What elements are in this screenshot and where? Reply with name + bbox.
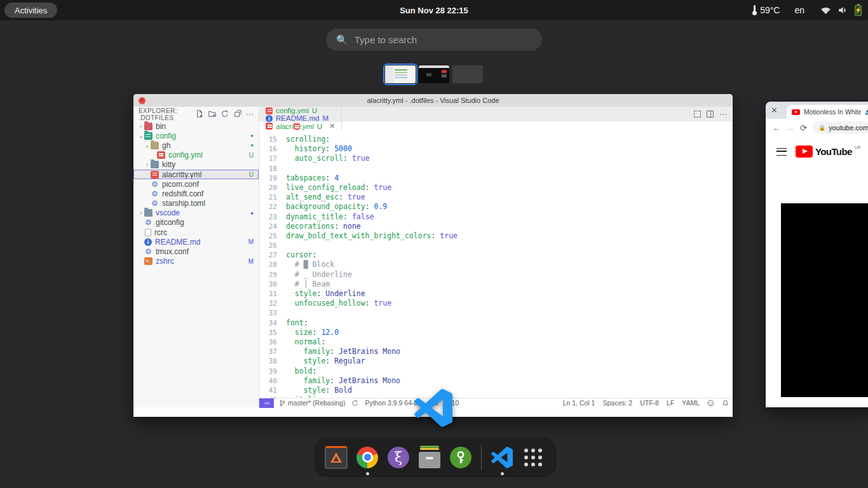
- vscode-window[interactable]: ✕ alacritty.yml - .dotfiles - Visual Stu…: [133, 94, 733, 417]
- dock-item-app-grid[interactable]: [520, 445, 546, 470]
- status-branch[interactable]: master* (Rebasing): [279, 399, 345, 407]
- menu-hamburger-icon[interactable]: [776, 148, 787, 156]
- tree-item-zshrc[interactable]: >_zshrcM: [133, 257, 259, 266]
- keyboard-layout-indicator[interactable]: en: [794, 5, 804, 15]
- tree-item-README.md[interactable]: iREADME.mdM: [133, 237, 259, 247]
- status-lf[interactable]: LF: [667, 399, 674, 407]
- vscode-titlebar[interactable]: ✕ alacritty.yml - .dotfiles - Visual Stu…: [133, 94, 733, 107]
- video-player[interactable]: [781, 203, 868, 397]
- dock-item-chrome[interactable]: [355, 445, 380, 470]
- yaml-file-icon: [294, 123, 300, 130]
- status-ln-1-col-1[interactable]: Ln 1, Col 1: [563, 399, 595, 407]
- status-yaml[interactable]: YAML: [682, 399, 700, 407]
- status-spaces-2[interactable]: Spaces: 2: [602, 399, 632, 407]
- gear-icon: ⚙: [144, 219, 153, 226]
- search-input[interactable]: 🔍 Type to search: [326, 29, 542, 51]
- tab-label: config.yml: [276, 107, 309, 114]
- tree-item-config.yml[interactable]: config.ymlU: [133, 151, 259, 160]
- status-sync[interactable]: [351, 400, 358, 407]
- workspace-thumbnail-2[interactable]: [419, 65, 449, 83]
- tab-audio-icon[interactable]: 🔊: [865, 109, 868, 115]
- chevron-icon[interactable]: ›: [137, 210, 144, 216]
- chevron-icon[interactable]: ⌄: [144, 142, 151, 149]
- line-number: 19: [259, 173, 286, 183]
- workspace-thumbnail-new[interactable]: [452, 65, 483, 83]
- status-python-3-9-9-64-bit[interactable]: Python 3.9.9 64-bit: [365, 399, 421, 407]
- app-grid-icon: [524, 449, 542, 466]
- reload-button[interactable]: ⟳: [800, 123, 807, 133]
- lock-icon: 🔒: [818, 125, 825, 131]
- tree-item-label: starship.toml: [162, 199, 254, 208]
- tree-item-label: vscode: [156, 208, 248, 217]
- code-line-28: 28 # █ Block: [259, 260, 733, 269]
- line-number: 35: [259, 328, 286, 337]
- line-number: 24: [259, 222, 286, 231]
- file-icon: [145, 229, 151, 236]
- collapse-folders-icon[interactable]: [233, 110, 241, 118]
- tree-item-config[interactable]: ⌄config●: [133, 131, 259, 140]
- vscode-icon: [491, 447, 513, 468]
- line-number: 28: [259, 260, 286, 269]
- tab-README.md[interactable]: iREADME.mdM: [259, 114, 342, 122]
- dock: ξ: [313, 437, 557, 478]
- dock-item-keepassxc[interactable]: [448, 445, 473, 470]
- tab-config.yml[interactable]: config.ymlU: [259, 107, 342, 114]
- tab-git-badge: M: [322, 114, 329, 122]
- chevron-icon[interactable]: ›: [137, 123, 144, 130]
- remote-indicator[interactable]: ><: [259, 398, 274, 408]
- address-bar[interactable]: 🔒 youtube.com/wa: [813, 121, 868, 134]
- tree-item-rcrc[interactable]: rcrc: [133, 227, 259, 237]
- window-close-button[interactable]: ✕: [139, 97, 146, 104]
- forward-button[interactable]: →: [786, 123, 794, 133]
- tree-item-alacritty.yml[interactable]: alacritty.ymlU: [133, 170, 259, 179]
- dock-item-emacs[interactable]: ξ: [386, 445, 411, 470]
- split-editor-icon[interactable]: [707, 111, 714, 118]
- vscode-app-badge-icon[interactable]: [414, 389, 452, 427]
- back-button[interactable]: ←: [772, 123, 780, 133]
- keepassxc-icon: [450, 447, 471, 468]
- tab-close-icon[interactable]: ✕: [329, 122, 335, 130]
- tree-item-vscode[interactable]: ›vscode●: [133, 208, 259, 218]
- tree-item-bin[interactable]: ›bin: [133, 121, 259, 131]
- status-utf-8[interactable]: UTF-8: [640, 399, 659, 407]
- git-status-badge: U: [249, 171, 254, 178]
- chevron-icon[interactable]: ›: [144, 161, 151, 168]
- new-file-icon[interactable]: [195, 110, 203, 118]
- chrome-window[interactable]: ✕ Motionless In White - A 🔊 ← → ⟳ 🔒 yout…: [766, 102, 868, 407]
- git-status-badge: ●: [250, 210, 254, 216]
- chrome-tab[interactable]: Motionless In White - A 🔊: [787, 105, 868, 119]
- tree-item-gitconfig[interactable]: ⚙gitconfig: [133, 218, 259, 227]
- tree-item-kitty[interactable]: ›kitty: [133, 160, 259, 170]
- chevron-icon[interactable]: ⌄: [137, 133, 144, 139]
- feedback-icon[interactable]: [707, 400, 714, 407]
- yaml-icon: [151, 171, 159, 179]
- notifications-bell-icon[interactable]: [722, 400, 729, 407]
- dock-item-vscode[interactable]: [489, 445, 515, 470]
- tab-alacritty.yml[interactable]: alacritty.ymlU✕: [259, 122, 342, 130]
- explorer-more-icon[interactable]: ⋯: [246, 110, 254, 119]
- git-status-badge: U: [249, 152, 254, 159]
- temperature-value: 59°C: [760, 5, 780, 15]
- tree-item-label: bin: [156, 122, 254, 131]
- tree-item-starship.toml[interactable]: ⚙starship.toml: [133, 199, 259, 208]
- open-changes-icon[interactable]: [694, 111, 701, 118]
- running-indicator-dot: [501, 472, 504, 475]
- new-folder-icon[interactable]: [208, 110, 216, 118]
- dock-item-files[interactable]: [417, 445, 442, 470]
- tree-item-redshift.conf[interactable]: ⚙redshift.conf: [133, 189, 259, 198]
- workspace-thumbnail-1[interactable]: [385, 65, 416, 83]
- tree-item-gh[interactable]: ⌄gh●: [133, 140, 259, 150]
- code-line-30: 30 # | Beam: [259, 280, 733, 289]
- clock[interactable]: Sun Nov 28 22:15: [0, 6, 868, 15]
- tree-item-tmux.conf[interactable]: ⚙tmux.conf: [133, 247, 259, 256]
- dock-item-alacritty[interactable]: [323, 445, 349, 470]
- folder-icon: [151, 161, 159, 168]
- tree-item-picom.conf[interactable]: ⚙picom.conf: [133, 179, 259, 189]
- code-editor[interactable]: 15scrolling:16 history: 500017 auto_scro…: [259, 132, 733, 398]
- git-status-badge: ●: [250, 142, 254, 148]
- refresh-icon[interactable]: [220, 110, 229, 118]
- youtube-logo[interactable]: YouTube UA: [796, 146, 860, 158]
- editor-more-icon[interactable]: ⋯: [719, 110, 728, 119]
- system-status-area[interactable]: 59°C en ⚡: [752, 0, 862, 20]
- chrome-close-icon[interactable]: ✕: [771, 105, 778, 115]
